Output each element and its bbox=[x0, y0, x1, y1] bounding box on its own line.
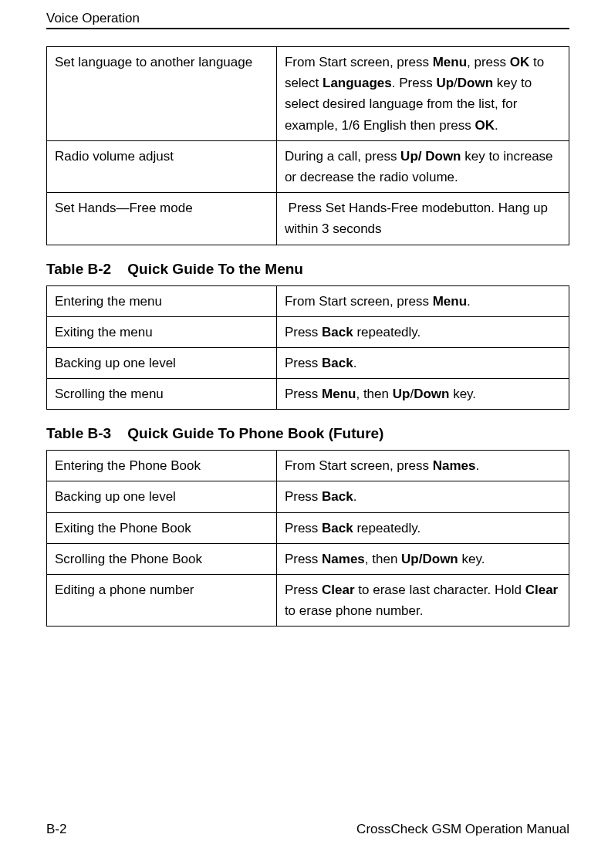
table-row: Scrolling the menuPress Menu, then Up/Do… bbox=[47, 379, 569, 410]
table-cell-action: Exiting the Phone Book bbox=[47, 512, 277, 543]
table-cell-description: Press Clear to erase last character. Hol… bbox=[276, 575, 569, 627]
table-cell-action: Scrolling the Phone Book bbox=[47, 543, 277, 574]
caption-number: Table B-3 bbox=[46, 425, 123, 442]
table-cell-description: From Start screen, press Menu. bbox=[276, 285, 569, 316]
table-row: Scrolling the Phone BookPress Names, the… bbox=[47, 543, 569, 574]
table-cell-action: Backing up one level bbox=[47, 481, 277, 512]
caption-title: Quick Guide To the Menu bbox=[127, 261, 303, 277]
table-cell-description: Press Menu, then Up/Down key. bbox=[276, 379, 569, 410]
table-row: Entering the menuFrom Start screen, pres… bbox=[47, 285, 569, 316]
table-cell-description: Press Back. bbox=[276, 347, 569, 378]
running-head: Voice Operation bbox=[46, 11, 569, 28]
table-cell-description: From Start screen, press Menu, press OK … bbox=[276, 47, 569, 141]
table-cell-description: Press Back repeatedly. bbox=[276, 316, 569, 347]
table-b3: Entering the Phone BookFrom Start screen… bbox=[46, 450, 569, 627]
table-row: Backing up one levelPress Back. bbox=[47, 481, 569, 512]
table-row: Exiting the Phone BookPress Back repeate… bbox=[47, 512, 569, 543]
table-cell-action: Exiting the menu bbox=[47, 316, 277, 347]
table-cell-action: Entering the Phone Book bbox=[47, 451, 277, 481]
table-b2-body: Entering the menuFrom Start screen, pres… bbox=[47, 285, 569, 410]
page: Voice Operation Set language to another … bbox=[0, 0, 608, 868]
table-row: Exiting the menuPress Back repeatedly. bbox=[47, 316, 569, 347]
table-cell-action: Scrolling the menu bbox=[47, 379, 277, 410]
caption-table-b3: Table B-3 Quick Guide To Phone Book (Fut… bbox=[46, 425, 569, 442]
header-rule bbox=[46, 28, 569, 29]
page-number: B-2 bbox=[46, 822, 66, 837]
table-cell-action: Set Hands—Free mode bbox=[47, 193, 277, 245]
table-cell-action: Set language to another language bbox=[47, 47, 277, 141]
table-cell-description: Press Names, then Up/Down key. bbox=[276, 543, 569, 574]
table-cell-description: Press Set Hands-Free modebutton. Hang up… bbox=[276, 193, 569, 245]
table-cell-description: During a call, press Up/ Down key to inc… bbox=[276, 140, 569, 192]
doc-title: CrossCheck GSM Operation Manual bbox=[356, 822, 569, 837]
table-cell-action: Backing up one level bbox=[47, 347, 277, 378]
table-cell-description: Press Back repeatedly. bbox=[276, 512, 569, 543]
caption-title: Quick Guide To Phone Book (Future) bbox=[127, 425, 383, 441]
caption-number: Table B-2 bbox=[46, 261, 123, 278]
table-cell-description: From Start screen, press Names. bbox=[276, 451, 569, 481]
table-row: Entering the Phone BookFrom Start screen… bbox=[47, 451, 569, 481]
table-b3-body: Entering the Phone BookFrom Start screen… bbox=[47, 451, 569, 627]
table-cell-description: Press Back. bbox=[276, 481, 569, 512]
table-row: Radio volume adjustDuring a call, press … bbox=[47, 140, 569, 192]
table-cell-action: Entering the menu bbox=[47, 285, 277, 316]
table-row: Backing up one levelPress Back. bbox=[47, 347, 569, 378]
table-row: Set Hands—Free mode Press Set Hands-Free… bbox=[47, 193, 569, 245]
table-cell-action: Editing a phone number bbox=[47, 575, 277, 627]
table-row: Set language to another languageFrom Sta… bbox=[47, 47, 569, 141]
caption-table-b2: Table B-2 Quick Guide To the Menu bbox=[46, 261, 569, 278]
table-row: Editing a phone numberPress Clear to era… bbox=[47, 575, 569, 627]
table-b1-body: Set language to another languageFrom Sta… bbox=[47, 47, 569, 245]
footer: B-2 CrossCheck GSM Operation Manual bbox=[46, 822, 569, 837]
table-cell-action: Radio volume adjust bbox=[47, 140, 277, 192]
table-b2: Entering the menuFrom Start screen, pres… bbox=[46, 285, 569, 410]
table-b1-continued: Set language to another languageFrom Sta… bbox=[46, 46, 569, 245]
